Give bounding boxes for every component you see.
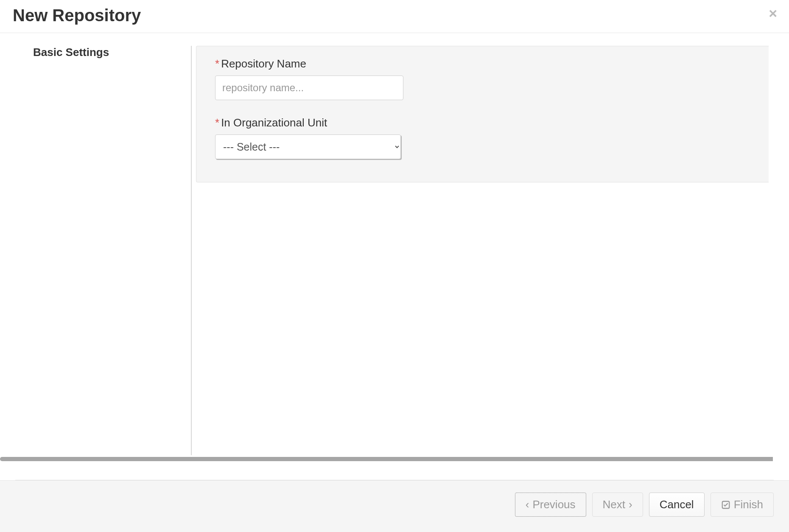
dialog-body: Basic Settings *Repository Name bbox=[0, 33, 773, 455]
chevron-left-icon bbox=[526, 498, 529, 511]
dialog-body-wrap: Basic Settings *Repository Name bbox=[0, 33, 789, 532]
org-unit-group: *In Organizational Unit --- Select --- bbox=[215, 116, 750, 159]
dialog-title: New Repository bbox=[13, 6, 776, 25]
next-button-label: Next bbox=[603, 498, 625, 511]
sidebar-item-label: Basic Settings bbox=[33, 46, 109, 59]
cancel-button[interactable]: Cancel bbox=[649, 493, 705, 517]
required-asterisk-icon: * bbox=[215, 57, 219, 70]
cancel-button-label: Cancel bbox=[660, 498, 694, 511]
wizard-steps-sidebar: Basic Settings bbox=[0, 33, 191, 455]
dialog-footer: Previous Next Cancel Finish bbox=[0, 480, 789, 532]
required-asterisk-icon: * bbox=[215, 116, 219, 129]
new-repository-dialog: New Repository × Basic Settings * bbox=[0, 0, 789, 532]
basic-settings-panel: *Repository Name *In Organizational Unit… bbox=[196, 46, 769, 182]
repository-name-input[interactable] bbox=[215, 76, 403, 100]
repository-name-label: *Repository Name bbox=[215, 57, 750, 70]
previous-button-label: Previous bbox=[532, 498, 575, 511]
horizontal-scrollbar[interactable] bbox=[0, 457, 773, 461]
finish-button[interactable]: Finish bbox=[711, 493, 774, 517]
vertical-scroll-gutter bbox=[773, 33, 789, 455]
close-icon: × bbox=[769, 5, 777, 21]
finish-button-label: Finish bbox=[734, 498, 763, 511]
org-unit-label-text: In Organizational Unit bbox=[221, 116, 327, 129]
close-button[interactable]: × bbox=[769, 6, 777, 20]
chevron-right-icon bbox=[629, 498, 632, 511]
org-unit-label: *In Organizational Unit bbox=[215, 116, 750, 129]
dialog-header: New Repository × bbox=[0, 0, 789, 33]
sidebar-item-basic-settings[interactable]: Basic Settings bbox=[33, 46, 174, 59]
org-unit-select[interactable]: --- Select --- bbox=[215, 134, 401, 159]
next-button[interactable]: Next bbox=[592, 493, 643, 517]
previous-button[interactable]: Previous bbox=[515, 493, 586, 517]
repository-name-label-text: Repository Name bbox=[221, 57, 306, 70]
form-area: *Repository Name *In Organizational Unit… bbox=[192, 33, 773, 455]
repository-name-group: *Repository Name bbox=[215, 57, 750, 100]
check-icon bbox=[721, 500, 730, 510]
